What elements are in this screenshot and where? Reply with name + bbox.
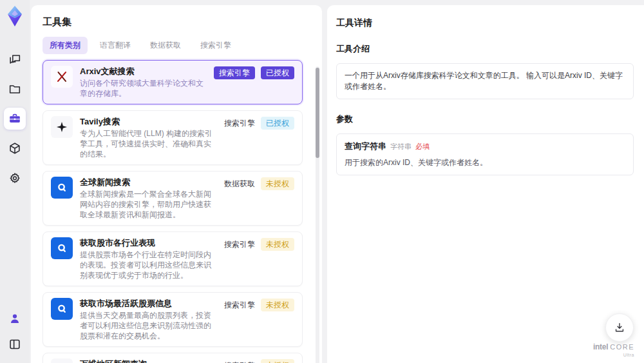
category-label: 搜索引擎	[224, 117, 255, 130]
brand-sub-text: Ultra	[593, 351, 634, 358]
brand-intel-text: intel	[593, 342, 608, 351]
folder-icon	[8, 82, 22, 96]
sidebar-item-models[interactable]	[4, 137, 26, 159]
tool-card-global-news[interactable]: 全球新闻搜索 全球新闻搜索是一个聚合全球各大新闻网站内容的搜索引擎，帮助用户快速…	[43, 171, 303, 226]
category-label: 搜索引擎	[224, 238, 255, 251]
params-section-title: 参数	[336, 113, 634, 125]
arxiv-logo-icon	[51, 66, 73, 88]
cube-icon	[8, 141, 22, 155]
parameter-item: 查询字符串 字符串 必填 用于搜索的Arxiv ID、关键字或作者姓名。	[336, 133, 634, 175]
sidebar-item-toolbox[interactable]	[4, 108, 26, 130]
app-logo-icon	[3, 5, 26, 28]
tool-name: 全球新闻搜索	[80, 177, 217, 188]
tool-card-most-active-stocks[interactable]: 获取市场最活跃股票信息 提供当天交易量最高的股票列表，投资者可以利用这些信息来识…	[43, 292, 303, 347]
tool-card-arxiv[interactable]: Arxiv文献搜索 访问各个研究领域大量科学论文和文章的存储库。 搜索引擎 已授…	[43, 60, 303, 104]
tool-name: 获取股市各行业表现	[80, 237, 217, 248]
news-search-icon	[51, 298, 73, 320]
category-badge: 搜索引擎	[214, 66, 255, 79]
status-badge: 未授权	[261, 359, 294, 363]
app-window: { "colors": { "accent": "#5b43d8", "sele…	[0, 0, 644, 363]
download-icon	[613, 321, 626, 334]
news-search-icon	[51, 237, 73, 259]
tab-all-categories[interactable]: 所有类别	[43, 37, 88, 54]
tool-description: 提供股票市场各个行业在特定时间段内的表现。投资者可以利用这些信息来识别表现优于或…	[80, 250, 217, 280]
category-label: 数据获取	[224, 177, 255, 190]
tool-name: 万维地区新闻查询	[80, 358, 217, 363]
tab-search-engine[interactable]: 搜索引擎	[193, 37, 238, 54]
tool-name: 获取市场最活跃股票信息	[80, 298, 217, 309]
user-icon	[8, 311, 22, 326]
scrollbar-thumb[interactable]	[316, 68, 319, 158]
status-badge: 未授权	[261, 177, 294, 190]
tool-list: Arxiv文献搜索 访问各个研究领域大量科学论文和文章的存储库。 搜索引擎 已授…	[43, 60, 310, 363]
status-badge: 已授权	[261, 66, 294, 79]
intel-core-logo: intelCORE Ultra	[593, 342, 634, 358]
category-label: 搜索引擎	[224, 299, 255, 311]
sidebar-item-files[interactable]	[4, 78, 26, 100]
parameter-name: 查询字符串	[345, 141, 386, 152]
toolbox-icon	[8, 112, 22, 126]
category-label: 搜索引擎	[224, 359, 255, 363]
sidebar-item-settings[interactable]	[4, 167, 26, 189]
detail-title: 工具详情	[336, 17, 634, 29]
tool-card-sector-performance[interactable]: 获取股市各行业表现 提供股票市场各个行业在特定时间段内的表现。投资者可以利用这些…	[43, 231, 303, 286]
scrollbar-track[interactable]	[316, 66, 319, 363]
download-button[interactable]	[605, 313, 634, 342]
tool-list-panel: 工具集 所有类别 语言翻译 数据获取 搜索引擎 Arxiv文献搜索 访问各个研究…	[31, 5, 322, 363]
tool-detail-panel: 工具详情 工具介绍 一个用于从Arxiv存储库搜索科学论文和文章的工具。 输入可…	[327, 5, 644, 363]
newspaper-icon	[51, 358, 73, 363]
page-title: 工具集	[43, 16, 310, 28]
status-badge: 已授权	[261, 117, 294, 130]
category-tabs: 所有类别 语言翻译 数据获取 搜索引擎	[43, 37, 310, 54]
tab-data-fetch[interactable]: 数据获取	[143, 37, 188, 54]
tool-intro-text: 一个用于从Arxiv存储库搜索科学论文和文章的工具。 输入可以是Arxiv ID…	[336, 63, 634, 99]
tool-description: 专为人工智能代理 (LLM) 构建的搜索引擎工具，可快速提供实时、准确和真实的结…	[80, 128, 217, 159]
sidebar-item-chat[interactable]	[4, 48, 26, 70]
status-badge: 未授权	[261, 238, 294, 251]
chat-icon	[8, 52, 22, 66]
tool-description: 提供当天交易量最高的股票列表，投资者可以利用这些信息来识别流动性强的股票和潜在的…	[80, 310, 217, 341]
tool-description: 访问各个研究领域大量科学论文和文章的存储库。	[80, 78, 207, 99]
brand-core-text: CORE	[610, 343, 634, 351]
parameter-type: 字符串	[390, 141, 412, 152]
tool-card-tavily[interactable]: Tavily搜索 专为人工智能代理 (LLM) 构建的搜索引擎工具，可快速提供实…	[43, 110, 303, 165]
sidebar-item-account[interactable]	[4, 308, 26, 329]
news-search-icon	[51, 177, 73, 199]
tool-card-regional-news[interactable]: 万维地区新闻查询 查询具体行政区划内的新闻，快速了解各地新闻动 搜索引擎 未授权	[43, 353, 303, 363]
parameter-required-flag: 必填	[415, 141, 430, 152]
tavily-star-icon	[51, 116, 73, 138]
app-sidebar	[0, 0, 30, 363]
tab-language-translation[interactable]: 语言翻译	[93, 37, 138, 54]
parameter-description: 用于搜索的Arxiv ID、关键字或作者姓名。	[345, 157, 625, 168]
intro-section-title: 工具介绍	[336, 43, 634, 55]
tool-name: Arxiv文献搜索	[80, 66, 207, 77]
sidebar-bottom	[4, 308, 26, 355]
sidebar-nav	[4, 48, 26, 189]
status-badge: 未授权	[261, 299, 294, 311]
sidebar-item-collapse[interactable]	[4, 333, 26, 355]
panel-toggle-icon	[8, 337, 22, 351]
gear-icon	[8, 171, 22, 185]
tool-description: 全球新闻搜索是一个聚合全球各大新闻网站内容的搜索引擎，帮助用户快速获取全球最新资…	[80, 189, 217, 220]
tool-name: Tavily搜索	[80, 116, 217, 127]
